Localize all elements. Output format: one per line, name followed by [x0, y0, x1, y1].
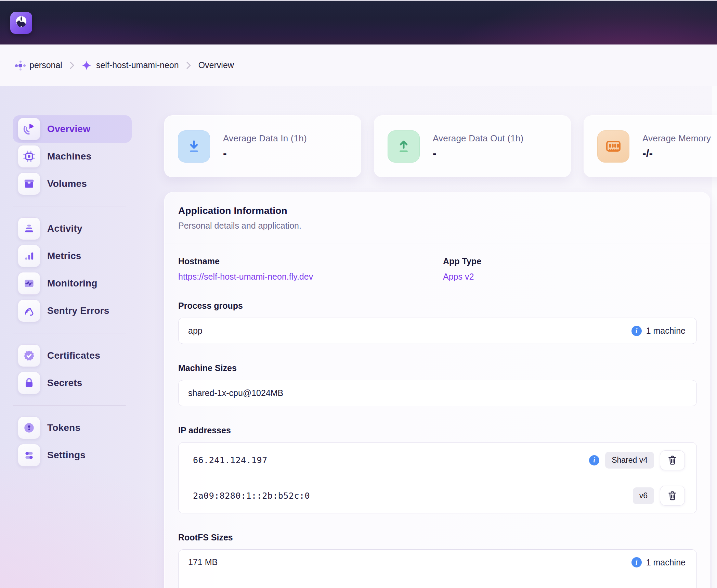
- sidebar-item-activity[interactable]: Activity: [13, 215, 132, 242]
- sidebar-item-tokens[interactable]: Tokens: [13, 414, 132, 442]
- breadcrumb-org[interactable]: personal: [29, 60, 62, 70]
- fly-logo[interactable]: [10, 12, 32, 34]
- rootfs-machines: 1 machine: [646, 558, 686, 567]
- sidebar-divider: [13, 333, 126, 333]
- badge-check-icon: [18, 344, 40, 367]
- bar-chart-icon: [18, 245, 40, 267]
- sidebar-item-monitoring[interactable]: Monitoring: [13, 270, 132, 297]
- ip-row: 66.241.124.197 i Shared v4: [179, 443, 696, 478]
- machine-size-value: shared-1x-cpu@1024MB: [188, 388, 283, 398]
- cpu-chip-icon: [18, 145, 40, 168]
- upload-arrow-icon: [388, 130, 420, 163]
- sidebar-label: Overview: [47, 124, 90, 135]
- stat-card-data-out: Average Data Out (1h) -: [374, 115, 571, 177]
- sidebar-label: Activity: [47, 223, 82, 234]
- sidebar-label: Monitoring: [47, 278, 97, 289]
- sidebar-divider: [13, 206, 126, 206]
- process-group-machines: 1 machine: [646, 326, 686, 336]
- info-icon[interactable]: i: [589, 455, 599, 465]
- padlock-icon: [18, 372, 40, 394]
- sidebar-nav: Overview Machines: [13, 115, 147, 469]
- breadcrumb: personal self-host-umami-neon Overview: [0, 44, 717, 86]
- process-group-row: app i 1 machine: [178, 318, 697, 344]
- page-content: Overview Machines: [0, 86, 717, 588]
- stat-value: -: [223, 147, 307, 159]
- stacked-bars-icon: [18, 217, 40, 240]
- sidebar-label: Sentry Errors: [47, 305, 109, 316]
- sidebar-item-machines[interactable]: Machines: [13, 143, 132, 170]
- stat-card-data-in: Average Data In (1h) -: [164, 115, 361, 177]
- breadcrumb-page: Overview: [198, 60, 234, 70]
- sidebar-item-settings[interactable]: Settings: [13, 442, 132, 469]
- sliders-icon: [18, 444, 40, 466]
- ip-address: 66.241.124.197: [193, 455, 268, 465]
- top-app-bar: [0, 0, 717, 44]
- machine-sizes-label: Machine Sizes: [178, 363, 696, 373]
- stat-card-memory: Average Memory -/-: [584, 115, 717, 177]
- sidebar-label: Machines: [47, 151, 91, 162]
- hostname-label: Hostname: [178, 256, 443, 266]
- app-type-link[interactable]: Apps v2: [443, 272, 481, 282]
- memory-ram-icon: [597, 130, 629, 163]
- ip-row: 2a09:8280:1::2b:b52c:0 v6: [179, 478, 696, 513]
- ip-type-badge: v6: [633, 487, 654, 504]
- sidebar-item-secrets[interactable]: Secrets: [13, 369, 132, 397]
- organization-dots-icon: [15, 61, 25, 70]
- application-information-card: Application Information Personal details…: [164, 192, 710, 588]
- main-panel: Average Data In (1h) - Average Data Out …: [164, 86, 717, 588]
- sidebar-divider: [13, 405, 126, 406]
- overview-pie-icon: [18, 118, 40, 140]
- hostname-link[interactable]: https://self-host-umami-neon.fly.dev: [178, 272, 443, 282]
- pulse-monitor-icon: [18, 272, 40, 295]
- process-group-name: app: [188, 326, 203, 336]
- stat-value: -: [433, 147, 523, 159]
- delete-ip-button[interactable]: [660, 486, 685, 506]
- breadcrumb-app[interactable]: self-host-umami-neon: [96, 60, 179, 70]
- app-sparkle-icon: [82, 61, 91, 70]
- rootfs-size-row: 171 MB i 1 machine: [178, 549, 697, 588]
- sidebar-item-volumes[interactable]: Volumes: [13, 170, 132, 197]
- sidebar-label: Metrics: [47, 251, 81, 261]
- machine-size-row: shared-1x-cpu@1024MB: [178, 380, 697, 406]
- sidebar-item-metrics[interactable]: Metrics: [13, 242, 132, 270]
- card-divider: [165, 243, 710, 243]
- package-box-icon: [18, 172, 40, 195]
- card-title: Application Information: [178, 205, 696, 216]
- rootfs-sizes-label: RootFS Sizes: [178, 533, 696, 542]
- ip-addresses-label: IP addresses: [178, 425, 696, 435]
- stat-value: -/-: [642, 147, 711, 159]
- sidebar-label: Certificates: [47, 350, 100, 361]
- stat-cards-row: Average Data In (1h) - Average Data Out …: [164, 115, 717, 177]
- process-groups-label: Process groups: [178, 301, 696, 311]
- app-type-label: App Type: [443, 256, 481, 266]
- hostname-apptype-row: Hostname https://self-host-umami-neon.fl…: [178, 256, 696, 282]
- ip-addresses-list: 66.241.124.197 i Shared v4 2a09:8280:1::…: [178, 442, 697, 513]
- sidebar-label: Secrets: [47, 378, 82, 388]
- ip-type-badge: Shared v4: [605, 452, 654, 469]
- rootfs-size-value: 171 MB: [188, 557, 218, 567]
- sidebar-label: Volumes: [47, 178, 87, 189]
- sidebar-label: Tokens: [47, 422, 80, 433]
- sidebar-label: Settings: [47, 450, 86, 461]
- keyhole-icon: [18, 417, 40, 439]
- delete-ip-button[interactable]: [660, 450, 685, 470]
- sidebar-item-sentry-errors[interactable]: Sentry Errors: [13, 297, 132, 324]
- stat-title: Average Memory: [642, 133, 711, 144]
- chevron-right-icon: [186, 62, 191, 69]
- stat-title: Average Data Out (1h): [433, 133, 523, 144]
- info-icon[interactable]: i: [631, 326, 642, 336]
- download-arrow-icon: [178, 130, 210, 163]
- info-icon[interactable]: i: [631, 557, 642, 567]
- fly-balloon-icon: [13, 14, 30, 31]
- card-subtitle: Personal details and application.: [178, 221, 696, 231]
- sidebar-item-overview[interactable]: Overview: [13, 115, 132, 143]
- chevron-right-icon: [70, 62, 74, 69]
- sentry-icon: [18, 299, 40, 322]
- sidebar-item-certificates[interactable]: Certificates: [13, 342, 132, 369]
- ip-address: 2a09:8280:1::2b:b52c:0: [193, 491, 310, 501]
- stat-title: Average Data In (1h): [223, 133, 307, 144]
